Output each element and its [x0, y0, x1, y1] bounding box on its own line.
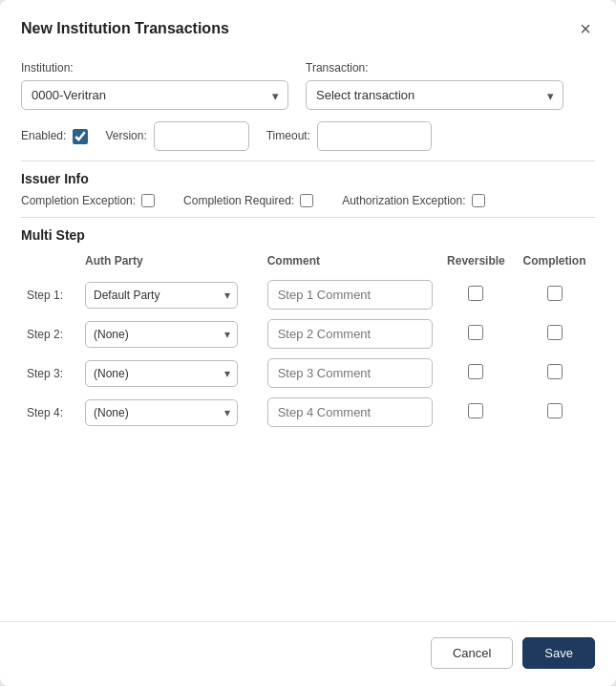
step-auth-party-wrap-2: (None) [85, 321, 238, 348]
issuer-info-title: Issuer Info [21, 171, 595, 186]
step-auth-party-wrap-4: (None) [85, 399, 238, 426]
step-auth-party-wrap-1: Default Party [85, 282, 238, 309]
new-institution-transactions-modal: New Institution Transactions × Instituti… [0, 0, 616, 686]
institution-field-group: Institution: 0000-Veritran [21, 61, 288, 110]
step-auth-party-wrap-3: (None) [85, 360, 238, 387]
enabled-checkbox[interactable] [73, 129, 88, 144]
completion-exception-label: Completion Exception: [21, 194, 136, 207]
step-auth-party-select-1[interactable]: Default Party [85, 282, 238, 309]
step-auth-party-select-4[interactable]: (None) [85, 399, 238, 426]
authorization-exception-label: Authorization Exception: [342, 194, 465, 207]
timeout-item: Timeout: 0 [266, 121, 432, 151]
step-reversible-checkbox-4[interactable] [468, 403, 483, 418]
table-row: Step 3: (None) [21, 354, 595, 393]
step-reversible-checkbox-3[interactable] [468, 364, 483, 379]
col-auth-party: Auth Party [79, 250, 262, 275]
step-completion-checkbox-4[interactable] [547, 403, 563, 418]
step-label-2: Step 2: [27, 328, 69, 341]
step-reversible-checkbox-2[interactable] [468, 325, 483, 340]
transaction-select[interactable]: Select transaction [306, 80, 563, 110]
step-label-1: Step 1: [27, 289, 69, 302]
completion-exception-item: Completion Exception: [21, 194, 155, 207]
completion-required-item: Completion Required: [183, 194, 313, 207]
step-reversible-checkbox-1[interactable] [468, 286, 483, 301]
modal-header: New Institution Transactions × [0, 0, 616, 52]
modal-body: Institution: 0000-Veritran Transaction: … [0, 52, 616, 611]
version-input[interactable]: 9999 [154, 121, 249, 151]
multistep-table: Auth Party Comment Reversible Completion… [21, 250, 595, 432]
cancel-button[interactable]: Cancel [431, 637, 513, 669]
institution-transaction-row: Institution: 0000-Veritran Transaction: … [21, 61, 595, 110]
completion-required-label: Completion Required: [183, 194, 294, 207]
modal-title: New Institution Transactions [21, 20, 229, 37]
col-reversible: Reversible [438, 250, 514, 275]
institution-select-wrap: 0000-Veritran [21, 80, 288, 110]
authorization-exception-checkbox[interactable] [472, 194, 485, 207]
step-comment-input-3[interactable] [267, 358, 433, 388]
version-label: Version: [105, 129, 146, 142]
timeout-label: Timeout: [266, 129, 310, 142]
step-comment-input-1[interactable] [267, 280, 433, 310]
table-row: Step 1: Default Party [21, 275, 595, 314]
step-label-3: Step 3: [27, 367, 69, 380]
institution-label: Institution: [21, 61, 288, 75]
step-comment-input-2[interactable] [267, 319, 433, 349]
transaction-label: Transaction: [306, 61, 563, 75]
issuer-info-row: Completion Exception: Completion Require… [21, 194, 595, 207]
multi-step-title: Multi Step [21, 227, 595, 243]
timeout-input[interactable]: 0 [317, 121, 432, 151]
save-button[interactable]: Save [522, 637, 595, 669]
authorization-exception-item: Authorization Exception: [342, 194, 484, 207]
col-completion: Completion [514, 250, 595, 275]
step-completion-checkbox-3[interactable] [547, 364, 563, 379]
table-row: Step 2: (None) [21, 314, 595, 354]
enabled-label: Enabled: [21, 129, 66, 142]
settings-row: Enabled: Version: 9999 Timeout: 0 [21, 121, 595, 151]
step-auth-party-select-3[interactable]: (None) [85, 360, 238, 387]
step-comment-input-4[interactable] [267, 397, 433, 427]
completion-required-checkbox[interactable] [300, 194, 313, 207]
transaction-select-wrap: Select transaction [306, 80, 563, 110]
col-comment: Comment [262, 250, 438, 275]
completion-exception-checkbox[interactable] [141, 194, 155, 207]
transaction-field-group: Transaction: Select transaction [306, 61, 563, 110]
enabled-item: Enabled: [21, 129, 88, 144]
step-auth-party-select-2[interactable]: (None) [85, 321, 238, 348]
close-button[interactable]: × [576, 17, 595, 40]
step-completion-checkbox-2[interactable] [547, 325, 563, 340]
institution-select[interactable]: 0000-Veritran [21, 80, 288, 110]
step-label-4: Step 4: [27, 406, 69, 419]
step-completion-checkbox-1[interactable] [547, 286, 563, 301]
divider-2 [21, 217, 595, 218]
divider-1 [21, 161, 595, 161]
version-item: Version: 9999 [105, 121, 248, 151]
table-row: Step 4: (None) [21, 393, 595, 432]
modal-footer: Cancel Save [0, 621, 616, 686]
